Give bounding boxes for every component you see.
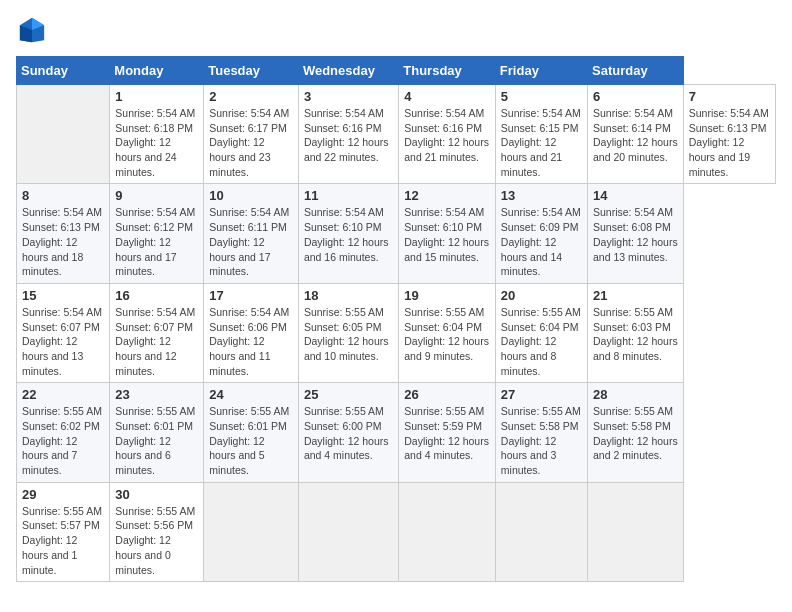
day-number: 3 bbox=[304, 89, 393, 104]
calendar-header: SundayMondayTuesdayWednesdayThursdayFrid… bbox=[17, 57, 776, 85]
header-cell-saturday: Saturday bbox=[588, 57, 684, 85]
day-number: 19 bbox=[404, 288, 490, 303]
day-number: 30 bbox=[115, 487, 198, 502]
day-info: Sunrise: 5:55 AMSunset: 6:01 PMDaylight:… bbox=[115, 405, 195, 476]
calendar-cell: 11Sunrise: 5:54 AMSunset: 6:10 PMDayligh… bbox=[298, 184, 398, 283]
day-info: Sunrise: 5:54 AMSunset: 6:10 PMDaylight:… bbox=[304, 206, 389, 262]
day-info: Sunrise: 5:54 AMSunset: 6:17 PMDaylight:… bbox=[209, 107, 289, 178]
day-number: 17 bbox=[209, 288, 293, 303]
day-info: Sunrise: 5:54 AMSunset: 6:18 PMDaylight:… bbox=[115, 107, 195, 178]
day-number: 16 bbox=[115, 288, 198, 303]
calendar-cell: 23Sunrise: 5:55 AMSunset: 6:01 PMDayligh… bbox=[110, 383, 204, 482]
calendar-cell: 21Sunrise: 5:55 AMSunset: 6:03 PMDayligh… bbox=[588, 283, 684, 382]
calendar-cell: 25Sunrise: 5:55 AMSunset: 6:00 PMDayligh… bbox=[298, 383, 398, 482]
calendar-cell: 16Sunrise: 5:54 AMSunset: 6:07 PMDayligh… bbox=[110, 283, 204, 382]
day-info: Sunrise: 5:54 AMSunset: 6:16 PMDaylight:… bbox=[404, 107, 489, 163]
day-info: Sunrise: 5:55 AMSunset: 5:59 PMDaylight:… bbox=[404, 405, 489, 461]
day-info: Sunrise: 5:54 AMSunset: 6:08 PMDaylight:… bbox=[593, 206, 678, 262]
day-number: 12 bbox=[404, 188, 490, 203]
day-number: 24 bbox=[209, 387, 293, 402]
day-info: Sunrise: 5:55 AMSunset: 5:58 PMDaylight:… bbox=[501, 405, 581, 476]
day-number: 9 bbox=[115, 188, 198, 203]
day-number: 21 bbox=[593, 288, 678, 303]
calendar-cell: 6Sunrise: 5:54 AMSunset: 6:14 PMDaylight… bbox=[588, 85, 684, 184]
logo-icon bbox=[18, 16, 46, 44]
calendar-cell: 26Sunrise: 5:55 AMSunset: 5:59 PMDayligh… bbox=[399, 383, 496, 482]
calendar-cell bbox=[399, 482, 496, 581]
day-number: 25 bbox=[304, 387, 393, 402]
day-number: 20 bbox=[501, 288, 582, 303]
calendar-cell bbox=[588, 482, 684, 581]
day-number: 8 bbox=[22, 188, 104, 203]
calendar-cell: 7Sunrise: 5:54 AMSunset: 6:13 PMDaylight… bbox=[683, 85, 775, 184]
day-number: 13 bbox=[501, 188, 582, 203]
calendar-cell: 2Sunrise: 5:54 AMSunset: 6:17 PMDaylight… bbox=[204, 85, 299, 184]
calendar-cell: 12Sunrise: 5:54 AMSunset: 6:10 PMDayligh… bbox=[399, 184, 496, 283]
day-info: Sunrise: 5:54 AMSunset: 6:10 PMDaylight:… bbox=[404, 206, 489, 262]
calendar-cell: 22Sunrise: 5:55 AMSunset: 6:02 PMDayligh… bbox=[17, 383, 110, 482]
day-info: Sunrise: 5:54 AMSunset: 6:13 PMDaylight:… bbox=[689, 107, 769, 178]
day-info: Sunrise: 5:54 AMSunset: 6:07 PMDaylight:… bbox=[22, 306, 102, 377]
day-info: Sunrise: 5:54 AMSunset: 6:11 PMDaylight:… bbox=[209, 206, 289, 277]
day-info: Sunrise: 5:55 AMSunset: 5:56 PMDaylight:… bbox=[115, 505, 195, 576]
calendar-cell bbox=[495, 482, 587, 581]
day-number: 1 bbox=[115, 89, 198, 104]
calendar-cell: 15Sunrise: 5:54 AMSunset: 6:07 PMDayligh… bbox=[17, 283, 110, 382]
day-info: Sunrise: 5:55 AMSunset: 6:04 PMDaylight:… bbox=[404, 306, 489, 362]
header-cell-wednesday: Wednesday bbox=[298, 57, 398, 85]
day-number: 22 bbox=[22, 387, 104, 402]
calendar-cell: 18Sunrise: 5:55 AMSunset: 6:05 PMDayligh… bbox=[298, 283, 398, 382]
day-info: Sunrise: 5:54 AMSunset: 6:15 PMDaylight:… bbox=[501, 107, 581, 178]
day-info: Sunrise: 5:55 AMSunset: 5:58 PMDaylight:… bbox=[593, 405, 678, 461]
calendar-cell: 9Sunrise: 5:54 AMSunset: 6:12 PMDaylight… bbox=[110, 184, 204, 283]
week-row-2: 15Sunrise: 5:54 AMSunset: 6:07 PMDayligh… bbox=[17, 283, 776, 382]
day-info: Sunrise: 5:54 AMSunset: 6:16 PMDaylight:… bbox=[304, 107, 389, 163]
calendar-cell: 14Sunrise: 5:54 AMSunset: 6:08 PMDayligh… bbox=[588, 184, 684, 283]
day-number: 4 bbox=[404, 89, 490, 104]
logo bbox=[16, 16, 46, 44]
day-number: 10 bbox=[209, 188, 293, 203]
header-row: SundayMondayTuesdayWednesdayThursdayFrid… bbox=[17, 57, 776, 85]
calendar-cell: 29Sunrise: 5:55 AMSunset: 5:57 PMDayligh… bbox=[17, 482, 110, 581]
day-info: Sunrise: 5:54 AMSunset: 6:14 PMDaylight:… bbox=[593, 107, 678, 163]
day-info: Sunrise: 5:54 AMSunset: 6:06 PMDaylight:… bbox=[209, 306, 289, 377]
calendar-cell: 4Sunrise: 5:54 AMSunset: 6:16 PMDaylight… bbox=[399, 85, 496, 184]
day-info: Sunrise: 5:55 AMSunset: 6:03 PMDaylight:… bbox=[593, 306, 678, 362]
calendar-cell: 10Sunrise: 5:54 AMSunset: 6:11 PMDayligh… bbox=[204, 184, 299, 283]
day-info: Sunrise: 5:54 AMSunset: 6:13 PMDaylight:… bbox=[22, 206, 102, 277]
day-info: Sunrise: 5:55 AMSunset: 6:01 PMDaylight:… bbox=[209, 405, 289, 476]
day-number: 18 bbox=[304, 288, 393, 303]
day-info: Sunrise: 5:55 AMSunset: 6:00 PMDaylight:… bbox=[304, 405, 389, 461]
day-info: Sunrise: 5:54 AMSunset: 6:09 PMDaylight:… bbox=[501, 206, 581, 277]
day-number: 11 bbox=[304, 188, 393, 203]
calendar-cell: 27Sunrise: 5:55 AMSunset: 5:58 PMDayligh… bbox=[495, 383, 587, 482]
calendar-cell bbox=[204, 482, 299, 581]
calendar-cell: 30Sunrise: 5:55 AMSunset: 5:56 PMDayligh… bbox=[110, 482, 204, 581]
header-cell-sunday: Sunday bbox=[17, 57, 110, 85]
calendar-table: SundayMondayTuesdayWednesdayThursdayFrid… bbox=[16, 56, 776, 582]
day-number: 15 bbox=[22, 288, 104, 303]
day-number: 14 bbox=[593, 188, 678, 203]
day-number: 28 bbox=[593, 387, 678, 402]
day-number: 23 bbox=[115, 387, 198, 402]
day-info: Sunrise: 5:54 AMSunset: 6:07 PMDaylight:… bbox=[115, 306, 195, 377]
day-number: 26 bbox=[404, 387, 490, 402]
day-number: 6 bbox=[593, 89, 678, 104]
calendar-cell: 19Sunrise: 5:55 AMSunset: 6:04 PMDayligh… bbox=[399, 283, 496, 382]
calendar-cell: 28Sunrise: 5:55 AMSunset: 5:58 PMDayligh… bbox=[588, 383, 684, 482]
calendar-cell: 20Sunrise: 5:55 AMSunset: 6:04 PMDayligh… bbox=[495, 283, 587, 382]
page-header bbox=[16, 16, 776, 44]
day-number: 27 bbox=[501, 387, 582, 402]
day-info: Sunrise: 5:54 AMSunset: 6:12 PMDaylight:… bbox=[115, 206, 195, 277]
day-number: 5 bbox=[501, 89, 582, 104]
header-cell-thursday: Thursday bbox=[399, 57, 496, 85]
calendar-cell: 17Sunrise: 5:54 AMSunset: 6:06 PMDayligh… bbox=[204, 283, 299, 382]
calendar-cell: 3Sunrise: 5:54 AMSunset: 6:16 PMDaylight… bbox=[298, 85, 398, 184]
header-cell-friday: Friday bbox=[495, 57, 587, 85]
day-info: Sunrise: 5:55 AMSunset: 5:57 PMDaylight:… bbox=[22, 505, 102, 576]
day-info: Sunrise: 5:55 AMSunset: 6:05 PMDaylight:… bbox=[304, 306, 389, 362]
calendar-cell: 5Sunrise: 5:54 AMSunset: 6:15 PMDaylight… bbox=[495, 85, 587, 184]
day-info: Sunrise: 5:55 AMSunset: 6:04 PMDaylight:… bbox=[501, 306, 581, 377]
week-row-1: 8Sunrise: 5:54 AMSunset: 6:13 PMDaylight… bbox=[17, 184, 776, 283]
header-cell-monday: Monday bbox=[110, 57, 204, 85]
